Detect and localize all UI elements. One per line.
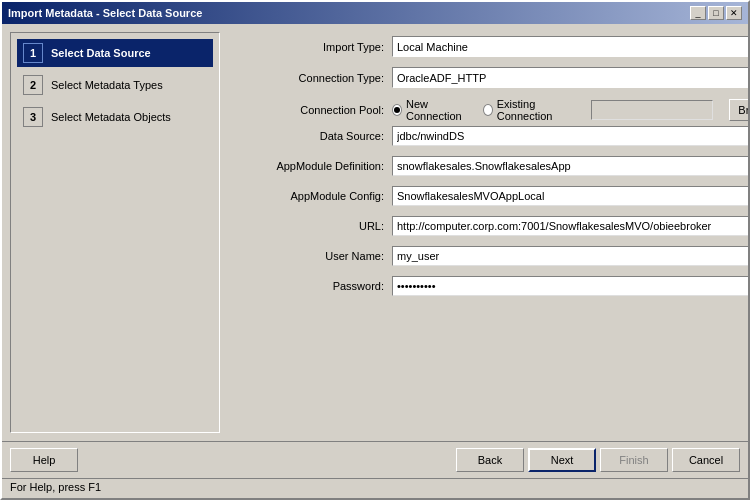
- cancel-button[interactable]: Cancel: [672, 448, 740, 472]
- steps-panel: 1 Select Data Source 2 Select Metadata T…: [10, 32, 220, 433]
- new-connection-label: New Connection: [406, 98, 471, 122]
- step-3-item[interactable]: 3 Select Metadata Objects: [17, 103, 213, 131]
- connection-type-control: OracleADF_HTTP ▼: [392, 67, 748, 88]
- username-input[interactable]: [392, 246, 748, 266]
- connection-pool-label: Connection Pool:: [232, 104, 392, 116]
- new-connection-option[interactable]: New Connection: [392, 98, 471, 122]
- connection-type-value: OracleADF_HTTP: [397, 72, 748, 84]
- step-1-item[interactable]: 1 Select Data Source: [17, 39, 213, 67]
- data-source-label: Data Source:: [232, 130, 392, 142]
- appmodule-def-input[interactable]: [392, 156, 748, 176]
- appmodule-def-control: [392, 156, 748, 176]
- connection-type-row: Connection Type: OracleADF_HTTP ▼: [232, 67, 748, 88]
- existing-connection-radio[interactable]: [483, 104, 493, 116]
- data-source-input[interactable]: [392, 126, 748, 146]
- url-row: URL:: [232, 216, 748, 236]
- title-bar-buttons: _ □ ✕: [690, 6, 742, 20]
- url-input[interactable]: [392, 216, 748, 236]
- username-label: User Name:: [232, 250, 392, 262]
- appmodule-config-control: [392, 186, 748, 206]
- data-source-row: Data Source:: [232, 126, 748, 146]
- appmodule-def-label: AppModule Definition:: [232, 160, 392, 172]
- status-text: For Help, press F1: [10, 481, 101, 493]
- content-area: 1 Select Data Source 2 Select Metadata T…: [2, 24, 748, 441]
- import-type-value: Local Machine: [397, 41, 748, 53]
- url-control: [392, 216, 748, 236]
- appmodule-def-row: AppModule Definition:: [232, 156, 748, 176]
- step-2-item[interactable]: 2 Select Metadata Types: [17, 71, 213, 99]
- connection-type-dropdown[interactable]: OracleADF_HTTP ▼: [392, 67, 748, 88]
- radio-row: New Connection Existing Connection Brows…: [392, 98, 748, 122]
- import-type-row: Import Type: Local Machine ▼: [232, 36, 748, 57]
- url-label: URL:: [232, 220, 392, 232]
- appmodule-config-input[interactable]: [392, 186, 748, 206]
- import-type-control: Local Machine ▼: [392, 36, 748, 57]
- window-title: Import Metadata - Select Data Source: [8, 7, 202, 19]
- username-control: [392, 246, 748, 266]
- step-1-label: Select Data Source: [51, 47, 151, 59]
- back-button[interactable]: Back: [456, 448, 524, 472]
- title-bar: Import Metadata - Select Data Source _ □…: [2, 2, 748, 24]
- existing-connection-label: Existing Connection: [497, 98, 575, 122]
- password-row: Password:: [232, 276, 748, 296]
- username-row: User Name:: [232, 246, 748, 266]
- password-input[interactable]: [392, 276, 748, 296]
- new-connection-radio[interactable]: [392, 104, 402, 116]
- existing-connection-option[interactable]: Existing Connection: [483, 98, 575, 122]
- step-2-label: Select Metadata Types: [51, 79, 163, 91]
- connection-pool-control: New Connection Existing Connection Brows…: [392, 98, 748, 122]
- connection-type-label: Connection Type:: [232, 72, 392, 84]
- step-3-label: Select Metadata Objects: [51, 111, 171, 123]
- existing-connection-field[interactable]: [591, 100, 713, 120]
- step-2-number: 2: [23, 75, 43, 95]
- main-window: Import Metadata - Select Data Source _ □…: [0, 0, 750, 500]
- form-area: Import Type: Local Machine ▼ Connection …: [228, 32, 748, 433]
- help-button[interactable]: Help: [10, 448, 78, 472]
- next-button[interactable]: Next: [528, 448, 596, 472]
- status-bar: For Help, press F1: [2, 478, 748, 498]
- minimize-button[interactable]: _: [690, 6, 706, 20]
- maximize-button[interactable]: □: [708, 6, 724, 20]
- import-type-dropdown[interactable]: Local Machine ▼: [392, 36, 748, 57]
- appmodule-config-row: AppModule Config:: [232, 186, 748, 206]
- finish-button[interactable]: Finish: [600, 448, 668, 472]
- connection-pool-row: Connection Pool: New Connection Existing…: [232, 98, 748, 122]
- form-panel: Import Type: Local Machine ▼ Connection …: [228, 32, 748, 433]
- data-source-control: [392, 126, 748, 146]
- appmodule-config-label: AppModule Config:: [232, 190, 392, 202]
- step-3-number: 3: [23, 107, 43, 127]
- close-button[interactable]: ✕: [726, 6, 742, 20]
- password-control: [392, 276, 748, 296]
- import-type-label: Import Type:: [232, 41, 392, 53]
- bottom-bar: Help Back Next Finish Cancel: [2, 441, 748, 478]
- action-buttons: Back Next Finish Cancel: [456, 448, 740, 472]
- password-label: Password:: [232, 280, 392, 292]
- browse-button[interactable]: Browse...: [729, 99, 748, 121]
- step-1-number: 1: [23, 43, 43, 63]
